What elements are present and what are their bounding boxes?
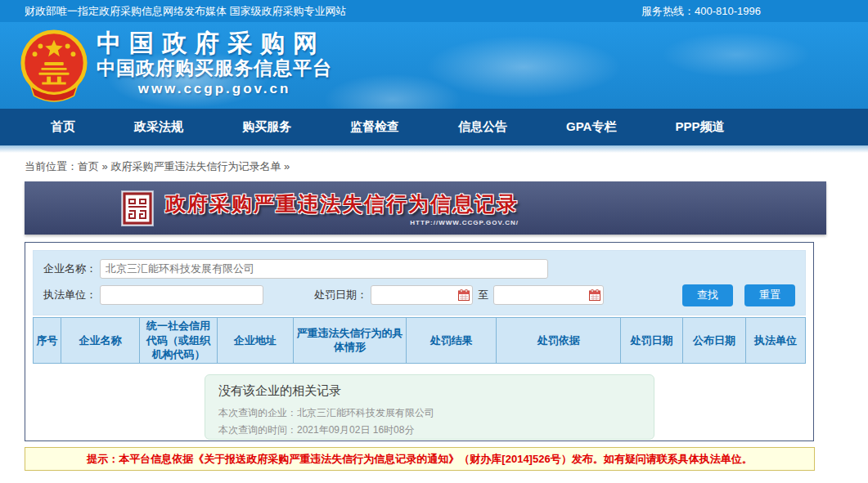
query-panel: 企业名称： 执法单位： 处罚日期： 至	[25, 242, 814, 441]
agency-label: 执法单位：	[43, 288, 97, 302]
nav-item-ppp[interactable]: PPP频道	[675, 119, 724, 135]
col-serial: 序号	[34, 318, 61, 364]
nav-gradient-strip	[0, 145, 868, 153]
nav-item-purchase-services[interactable]: 购买服务	[242, 119, 291, 135]
find-button[interactable]: 查找	[682, 284, 733, 306]
banner-title: 政府采购严重违法失信行为信息记录	[165, 190, 519, 217]
seal-stamp-icon	[121, 190, 154, 226]
records-table: 序号 企业名称 统一社会信用代码（或组织机构代码） 企业地址 严重违法失信行为的…	[33, 317, 806, 364]
search-buttons: 查找 重置	[682, 284, 795, 306]
search-row-company: 企业名称：	[43, 257, 795, 281]
company-name-label: 企业名称：	[43, 262, 97, 276]
service-hotline: 服务热线：400-810-1996	[641, 4, 761, 19]
reset-button[interactable]: 重置	[744, 284, 795, 306]
col-violation-details: 严重违法失信行为的具体情形	[294, 318, 407, 364]
top-bar: 财政部唯一指定政府采购信息网络发布媒体 国家级政府采购专业网站 服务热线：400…	[0, 0, 868, 22]
col-credit-code: 统一社会信用代码（或组织机构代码）	[140, 318, 217, 364]
platform-notice: 提示：本平台信息依据《关于报送政府采购严重违法失信行为信息记录的通知》（财办库[…	[25, 447, 815, 471]
no-record-message: 没有该企业的相关记录	[218, 383, 641, 399]
site-header: 中国政府采购网 中国政府购买服务信息平台 www.ccgp.gov.cn	[0, 22, 868, 109]
search-row-filters: 执法单位： 处罚日期： 至	[43, 283, 795, 307]
date-to-label: 至	[478, 288, 488, 302]
date-from-wrap	[371, 285, 473, 305]
search-form: 企业名称： 执法单位： 处罚日期： 至	[33, 250, 806, 315]
site-url: www.ccgp.gov.cn	[97, 79, 332, 99]
queried-company-line: 本次查询的企业：北京三汇能环科技发展有限公司	[218, 405, 641, 422]
query-result-box: 没有该企业的相关记录 本次查询的企业：北京三汇能环科技发展有限公司 本次查询的时…	[205, 374, 654, 440]
calendar-icon[interactable]	[458, 289, 470, 301]
banner-text: 政府采购严重违法失信行为信息记录 HTTP://WWW.CCGP.GOV.CN/	[165, 190, 519, 226]
agency-input[interactable]	[100, 285, 263, 305]
col-penalty-date: 处罚日期	[621, 318, 683, 364]
date-to-wrap	[493, 285, 604, 305]
col-penalty-basis: 处罚依据	[497, 318, 621, 364]
site-subtitle: 中国政府购买服务信息平台	[97, 56, 332, 79]
company-name-input[interactable]	[100, 259, 548, 279]
col-company-address: 企业地址	[217, 318, 293, 364]
breadcrumb[interactable]: 当前位置：首页 » 政府采购严重违法失信行为记录名单 »	[25, 159, 868, 174]
date-to-input[interactable]	[493, 285, 604, 305]
col-company-name: 企业名称	[61, 318, 139, 364]
col-penalty-result: 处罚结果	[406, 318, 496, 364]
table-header-row: 序号 企业名称 统一社会信用代码（或组织机构代码） 企业地址 严重违法失信行为的…	[34, 318, 806, 364]
site-logo[interactable]: 中国政府采购网 中国政府购买服务信息平台 www.ccgp.gov.cn	[18, 27, 332, 102]
national-emblem-icon	[18, 27, 90, 102]
nav-item-announcements[interactable]: 信息公告	[458, 119, 507, 135]
query-time-line: 本次查询的时间：2021年09月02日 16时08分	[218, 422, 641, 439]
col-publish-date: 公布日期	[682, 318, 745, 364]
nav-item-gpa[interactable]: GPA专栏	[566, 119, 616, 135]
site-slogan: 财政部唯一指定政府采购信息网络发布媒体 国家级政府采购专业网站	[25, 4, 347, 19]
main-nav: 首页 政采法规 购买服务 监督检查 信息公告 GPA专栏 PPP频道	[0, 109, 868, 145]
col-enforcement-agency: 执法单位	[746, 318, 806, 364]
page-banner: 政府采购严重违法失信行为信息记录 HTTP://WWW.CCGP.GOV.CN/	[25, 181, 826, 235]
brand-text: 中国政府采购网 中国政府购买服务信息平台 www.ccgp.gov.cn	[97, 30, 332, 99]
site-title: 中国政府采购网	[97, 30, 332, 56]
nav-item-regulations[interactable]: 政采法规	[134, 119, 183, 135]
penalty-date-label: 处罚日期：	[314, 288, 367, 302]
nav-item-home[interactable]: 首页	[51, 119, 75, 135]
nav-item-supervision[interactable]: 监督检查	[350, 119, 399, 135]
banner-url: HTTP://WWW.CCGP.GOV.CN/	[165, 219, 519, 226]
calendar-icon[interactable]	[589, 289, 600, 301]
